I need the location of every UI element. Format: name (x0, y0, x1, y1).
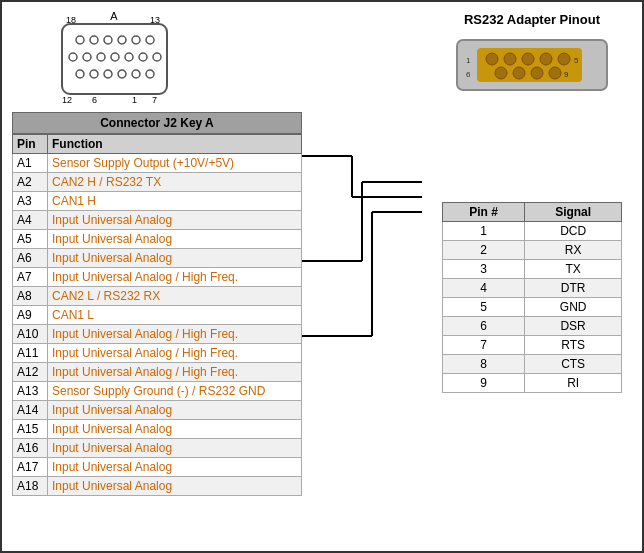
rs232-col-pin: Pin # (443, 203, 525, 222)
connector-row: A11Input Universal Analog / High Freq. (13, 344, 302, 363)
svg-point-31 (522, 53, 534, 65)
rs232-connector-svg: 1 5 6 9 (452, 32, 612, 97)
rs232-pin-cell: 3 (443, 260, 525, 279)
svg-text:6: 6 (466, 70, 471, 79)
svg-point-36 (531, 67, 543, 79)
pin-cell: A15 (13, 420, 48, 439)
connector-row: A12Input Universal Analog / High Freq. (13, 363, 302, 382)
rs232-row: 1DCD (443, 222, 622, 241)
rs232-signal-cell: RTS (525, 336, 622, 355)
svg-text:6: 6 (92, 95, 97, 105)
pin-cell: A10 (13, 325, 48, 344)
pin-cell: A16 (13, 439, 48, 458)
connector-row: A2CAN2 H / RS232 TX (13, 173, 302, 192)
function-cell: Input Universal Analog / High Freq. (48, 268, 302, 287)
svg-point-14 (69, 53, 77, 61)
connector-row: A9CAN1 L (13, 306, 302, 325)
rs232-signal-cell: CTS (525, 355, 622, 374)
svg-text:13: 13 (150, 15, 160, 25)
rs232-signal-cell: DTR (525, 279, 622, 298)
connector-row: A18Input Universal Analog (13, 477, 302, 496)
connector-row: A14Input Universal Analog (13, 401, 302, 420)
pin-cell: A6 (13, 249, 48, 268)
connector-row: A1Sensor Supply Output (+10V/+5V) (13, 154, 302, 173)
connector-row: A3CAN1 H (13, 192, 302, 211)
svg-point-22 (90, 70, 98, 78)
pin-cell: A17 (13, 458, 48, 477)
rs232-row: 8CTS (443, 355, 622, 374)
rs232-row: 9RI (443, 374, 622, 393)
rs232-pin-cell: 5 (443, 298, 525, 317)
function-cell: Input Universal Analog (48, 477, 302, 496)
rs232-pinout-table: Pin # Signal 1DCD2RX3TX4DTR5GND6DSR7RTS8… (442, 202, 622, 393)
svg-point-23 (104, 70, 112, 78)
function-cell: Input Universal Analog (48, 230, 302, 249)
connector-row: A4Input Universal Analog (13, 211, 302, 230)
pin-cell: A14 (13, 401, 48, 420)
rs232-table-area: Pin # Signal 1DCD2RX3TX4DTR5GND6DSR7RTS8… (442, 202, 622, 393)
svg-point-9 (90, 36, 98, 44)
rs232-row: 3TX (443, 260, 622, 279)
svg-text:1: 1 (132, 95, 137, 105)
pin-cell: A7 (13, 268, 48, 287)
connector-row: A10Input Universal Analog / High Freq. (13, 325, 302, 344)
rs232-row: 6DSR (443, 317, 622, 336)
function-cell: Input Universal Analog (48, 420, 302, 439)
svg-point-10 (104, 36, 112, 44)
function-cell: Input Universal Analog (48, 401, 302, 420)
function-cell: Input Universal Analog (48, 458, 302, 477)
svg-point-29 (486, 53, 498, 65)
svg-point-35 (513, 67, 525, 79)
rs232-row: 4DTR (443, 279, 622, 298)
connector-row: A17Input Universal Analog (13, 458, 302, 477)
function-cell: Sensor Supply Ground (-) / RS232 GND (48, 382, 302, 401)
svg-point-16 (97, 53, 105, 61)
connector-row: A5Input Universal Analog (13, 230, 302, 249)
function-cell: Input Universal Analog (48, 211, 302, 230)
connector-diagram: A 18 13 12 6 1 7 (52, 10, 182, 105)
svg-point-30 (504, 53, 516, 65)
function-cell: Input Universal Analog (48, 249, 302, 268)
svg-point-13 (146, 36, 154, 44)
connector-row: A6Input Universal Analog (13, 249, 302, 268)
rs232-signal-cell: RI (525, 374, 622, 393)
svg-point-33 (558, 53, 570, 65)
pin-cell: A3 (13, 192, 48, 211)
svg-point-12 (132, 36, 140, 44)
rs232-signal-cell: DSR (525, 317, 622, 336)
rs232-row: 7RTS (443, 336, 622, 355)
pin-cell: A12 (13, 363, 48, 382)
function-cell: Input Universal Analog / High Freq. (48, 325, 302, 344)
rs232-adapter-area: RS232 Adapter Pinout 1 5 6 9 (442, 12, 622, 100)
svg-text:18: 18 (66, 15, 76, 25)
connector-row: A15Input Universal Analog (13, 420, 302, 439)
connector-table-area: Connector J2 Key A Pin Function A1Sensor… (12, 112, 302, 496)
svg-point-11 (118, 36, 126, 44)
rs232-pin-cell: 4 (443, 279, 525, 298)
pin-cell: A2 (13, 173, 48, 192)
connector-row: A16Input Universal Analog (13, 439, 302, 458)
svg-point-15 (83, 53, 91, 61)
rs232-signal-cell: GND (525, 298, 622, 317)
rs232-pin-cell: 1 (443, 222, 525, 241)
connector-row: A8CAN2 L / RS232 RX (13, 287, 302, 306)
svg-point-21 (76, 70, 84, 78)
col-header-pin: Pin (13, 135, 48, 154)
svg-text:9: 9 (564, 70, 569, 79)
svg-point-32 (540, 53, 552, 65)
rs232-col-signal: Signal (525, 203, 622, 222)
rs232-pin-cell: 2 (443, 241, 525, 260)
rs232-signal-cell: DCD (525, 222, 622, 241)
rs232-title: RS232 Adapter Pinout (442, 12, 622, 27)
col-header-function: Function (48, 135, 302, 154)
rs232-pin-cell: 6 (443, 317, 525, 336)
svg-point-24 (118, 70, 126, 78)
rs232-signal-cell: RX (525, 241, 622, 260)
rs232-pin-cell: 7 (443, 336, 525, 355)
rs232-signal-cell: TX (525, 260, 622, 279)
svg-point-8 (76, 36, 84, 44)
connector-table: Pin Function A1Sensor Supply Output (+10… (12, 134, 302, 496)
main-container: A 18 13 12 6 1 7 RS232 Adapter P (0, 0, 644, 553)
pin-cell: A9 (13, 306, 48, 325)
function-cell: Input Universal Analog / High Freq. (48, 363, 302, 382)
